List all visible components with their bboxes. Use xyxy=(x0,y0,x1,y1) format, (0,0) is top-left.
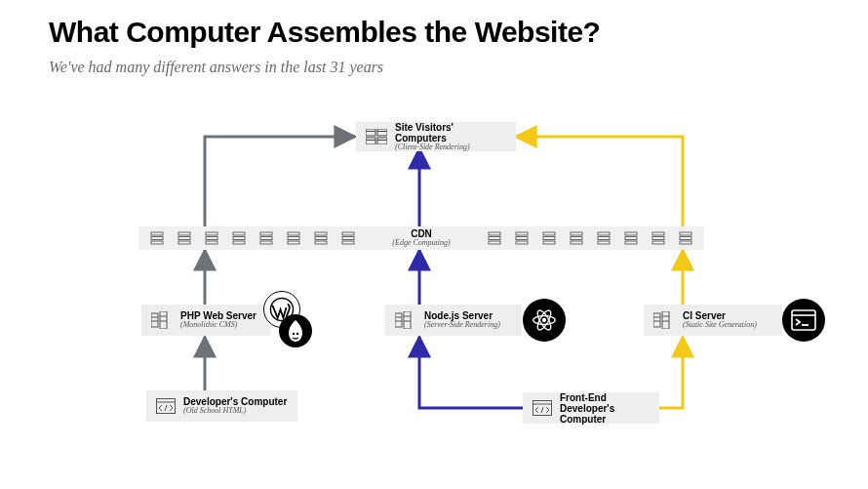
php-sub: (Monolithic CMS) xyxy=(180,321,256,330)
page-title: What Computer Assembles the Website? xyxy=(49,16,600,49)
visitors-sub: (Client-Side Rendering) xyxy=(395,143,506,152)
node-nodejs-server: Node.js Server (Server-Side Rendering) xyxy=(385,305,522,336)
svg-line-76 xyxy=(165,405,167,411)
svg-rect-0 xyxy=(366,129,375,136)
svg-rect-31 xyxy=(342,241,354,244)
svg-point-81 xyxy=(293,333,295,335)
server-icon xyxy=(150,231,164,245)
svg-rect-4 xyxy=(366,138,375,144)
svg-rect-59 xyxy=(160,311,167,329)
server-icon xyxy=(570,231,583,245)
svg-rect-77 xyxy=(533,401,552,416)
cdn-sub: (Edge Computing) xyxy=(392,239,450,248)
servers-icon xyxy=(653,311,675,329)
code-window-icon xyxy=(533,400,552,416)
svg-rect-47 xyxy=(625,232,637,235)
svg-rect-29 xyxy=(342,232,354,235)
node-php-server: PHP Web Server (Monolithic CMS) xyxy=(141,305,270,336)
svg-rect-32 xyxy=(489,232,500,235)
svg-rect-2 xyxy=(377,129,387,136)
server-icon xyxy=(597,231,611,245)
svg-rect-23 xyxy=(288,232,299,235)
server-icon xyxy=(341,231,355,245)
svg-point-83 xyxy=(542,318,546,322)
dev-sub: (Old School HTML) xyxy=(183,407,287,416)
svg-rect-49 xyxy=(625,241,637,244)
page-subtitle: We've had many different answers in the … xyxy=(49,59,383,76)
svg-rect-20 xyxy=(260,232,272,235)
svg-rect-52 xyxy=(652,241,664,244)
servers-icon xyxy=(151,311,173,329)
cdn-left-servers xyxy=(150,231,355,245)
svg-rect-56 xyxy=(151,313,158,327)
svg-rect-71 xyxy=(662,311,669,329)
cdn-text: CDN (Edge Computing) xyxy=(392,228,450,248)
svg-rect-13 xyxy=(178,241,190,244)
server-icon xyxy=(232,231,246,245)
servers-icon xyxy=(395,311,416,329)
server-icon xyxy=(515,231,529,245)
svg-rect-8 xyxy=(151,232,163,235)
node-visitors: Site Visitors' Computers (Client-Side Re… xyxy=(356,122,516,151)
ci-sub: (Static Site Generation) xyxy=(683,321,757,330)
svg-rect-27 xyxy=(315,237,327,240)
server-icon xyxy=(259,231,273,245)
svg-rect-9 xyxy=(151,237,163,240)
svg-rect-28 xyxy=(315,241,327,244)
svg-rect-41 xyxy=(571,232,582,235)
server-icon xyxy=(488,231,501,245)
cdn-right-servers xyxy=(488,231,692,245)
svg-rect-19 xyxy=(233,241,245,244)
server-icon xyxy=(624,231,638,245)
fedev-label2: Developer's Computer xyxy=(560,403,650,425)
server-icon xyxy=(205,231,218,245)
fedev-label1: Front-End xyxy=(560,392,650,403)
svg-rect-51 xyxy=(652,237,664,240)
nodejs-sub: (Server-Side Rendering) xyxy=(424,321,500,330)
svg-rect-68 xyxy=(653,313,660,327)
svg-rect-55 xyxy=(680,241,691,244)
svg-rect-38 xyxy=(543,232,555,235)
svg-rect-44 xyxy=(598,232,610,235)
svg-rect-37 xyxy=(516,241,528,244)
code-window-icon xyxy=(156,398,176,414)
svg-rect-54 xyxy=(680,237,691,240)
svg-rect-22 xyxy=(260,241,272,244)
node-dev-computer: Developer's Computer (Old School HTML) xyxy=(146,390,297,422)
svg-rect-87 xyxy=(792,310,815,330)
svg-line-79 xyxy=(541,407,543,413)
svg-rect-53 xyxy=(680,232,691,235)
svg-rect-17 xyxy=(233,232,245,235)
svg-rect-12 xyxy=(178,237,190,240)
drupal-icon xyxy=(279,314,312,347)
node-ci-server: CI Server (Static Site Generation) xyxy=(644,305,782,336)
svg-rect-24 xyxy=(288,237,299,240)
svg-rect-18 xyxy=(233,237,245,240)
server-icon xyxy=(651,231,665,245)
visitors-label: Site Visitors' Computers xyxy=(395,122,506,143)
terminal-icon xyxy=(782,299,825,342)
svg-rect-21 xyxy=(260,237,272,240)
server-icon xyxy=(287,231,300,245)
svg-rect-65 xyxy=(404,311,411,329)
svg-rect-62 xyxy=(395,313,402,327)
svg-rect-40 xyxy=(543,241,555,244)
svg-rect-45 xyxy=(598,237,610,240)
svg-rect-46 xyxy=(598,241,610,244)
svg-rect-50 xyxy=(652,232,664,235)
svg-rect-34 xyxy=(489,241,500,244)
svg-rect-25 xyxy=(288,241,299,244)
svg-rect-11 xyxy=(178,232,190,235)
svg-rect-43 xyxy=(571,241,582,244)
node-cdn: CDN (Edge Computing) xyxy=(138,226,704,250)
diagram-canvas: What Computer Assembles the Website? We'… xyxy=(0,0,868,489)
layout-icon xyxy=(366,129,387,144)
svg-rect-10 xyxy=(151,241,163,244)
react-icon xyxy=(523,299,566,342)
server-icon xyxy=(679,231,692,245)
svg-rect-16 xyxy=(206,241,217,244)
svg-rect-42 xyxy=(571,237,582,240)
svg-rect-36 xyxy=(516,237,528,240)
server-icon xyxy=(542,231,556,245)
svg-rect-26 xyxy=(315,232,327,235)
